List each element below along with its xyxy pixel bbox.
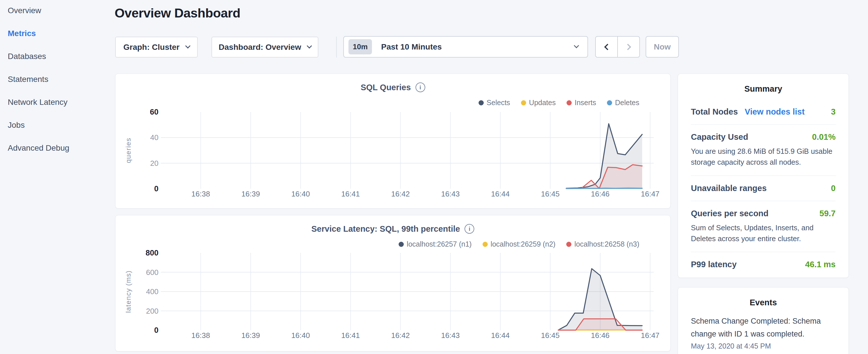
summary-title: Summary bbox=[678, 84, 848, 94]
y-axis-tick: 0 bbox=[127, 325, 158, 335]
x-axis-tick: 16:42 bbox=[380, 190, 421, 198]
x-axis-tick: 16:39 bbox=[231, 331, 271, 340]
x-axis-tick: 16:47 bbox=[630, 190, 670, 198]
summary-row-value: 3 bbox=[831, 107, 836, 117]
x-axis-tick: 16:38 bbox=[181, 190, 221, 198]
now-button[interactable]: Now bbox=[646, 36, 679, 58]
y-axis-label: queries bbox=[124, 137, 132, 163]
summary-row: P99 latency46.1 ms bbox=[691, 252, 836, 277]
summary-row-label: Unavailable ranges bbox=[691, 184, 767, 193]
event-text: Schema Change Completed: Schema change w… bbox=[691, 315, 836, 340]
dashboard-dropdown[interactable]: Dashboard: Overview bbox=[212, 37, 318, 58]
graph-dropdown-label: Graph: Cluster bbox=[123, 43, 179, 52]
sidebar: OverviewMetricsDatabasesStatementsNetwor… bbox=[8, 6, 111, 167]
sidebar-item-databases[interactable]: Databases bbox=[8, 52, 111, 60]
x-axis-tick: 16:46 bbox=[580, 331, 620, 340]
summary-row: Queries per second59.7Sum of Selects, Up… bbox=[691, 201, 836, 252]
event-item[interactable]: Schema Change Completed: Schema change w… bbox=[691, 315, 836, 350]
chart-canvas bbox=[116, 74, 671, 209]
summary-row-value: 59.7 bbox=[819, 209, 836, 218]
controls-divider bbox=[336, 37, 337, 58]
event-timestamp: May 13, 2020 at 4:45 PM bbox=[691, 342, 836, 350]
summary-row-line: P99 latency46.1 ms bbox=[691, 260, 836, 269]
y-axis-tick: 800 bbox=[127, 248, 158, 258]
summary-row-value: 46.1 ms bbox=[805, 260, 836, 269]
y-axis-label: latency (ms) bbox=[124, 270, 132, 313]
next-time-button[interactable] bbox=[618, 37, 639, 57]
x-axis-tick: 16:41 bbox=[331, 331, 371, 340]
sidebar-item-jobs[interactable]: Jobs bbox=[8, 121, 111, 129]
time-range-badge: 10m bbox=[348, 39, 372, 55]
chevron-left-icon bbox=[604, 43, 611, 50]
sidebar-item-statements[interactable]: Statements bbox=[8, 75, 111, 83]
y-axis-tick: 0 bbox=[127, 184, 158, 194]
x-axis-tick: 16:47 bbox=[630, 331, 670, 340]
chevron-right-icon bbox=[624, 43, 631, 50]
summary-row-line: Total NodesView nodes list3 bbox=[691, 107, 836, 117]
service-latency-chart-card: Service Latency: SQL, 99th percentile i … bbox=[115, 215, 671, 351]
time-pager bbox=[595, 36, 640, 58]
x-axis-tick: 16:45 bbox=[530, 331, 570, 340]
summary-row: Total NodesView nodes list3 bbox=[691, 99, 836, 125]
time-range-label: Past 10 Minutes bbox=[381, 42, 575, 52]
x-axis-tick: 16:39 bbox=[231, 190, 271, 198]
summary-row: Unavailable ranges0 bbox=[691, 176, 836, 201]
dashboard-dropdown-label: Dashboard: Overview bbox=[219, 43, 301, 52]
view-nodes-list-link[interactable]: View nodes list bbox=[745, 107, 805, 117]
x-axis-tick: 16:45 bbox=[530, 190, 570, 198]
sidebar-item-overview[interactable]: Overview bbox=[8, 6, 111, 14]
chevron-down-icon bbox=[574, 43, 579, 48]
x-axis-tick: 16:40 bbox=[281, 190, 321, 198]
summary-row-value: 0.01% bbox=[812, 132, 836, 142]
summary-panel: Summary Total NodesView nodes list3Capac… bbox=[678, 74, 849, 278]
time-range-selector[interactable]: 10m Past 10 Minutes bbox=[343, 36, 588, 58]
summary-row-value: 0 bbox=[831, 184, 836, 193]
summary-row-line: Capacity Used0.01% bbox=[691, 132, 836, 142]
graph-dropdown[interactable]: Graph: Cluster bbox=[115, 37, 198, 58]
sql-queries-chart-card: SQL Queries i SelectsUpdatesInsertsDelet… bbox=[115, 74, 671, 208]
x-axis-tick: 16:41 bbox=[331, 190, 371, 198]
events-title: Events bbox=[678, 298, 848, 307]
page-title: Overview Dashboard bbox=[115, 6, 241, 21]
summary-row-line: Queries per second59.7 bbox=[691, 209, 836, 218]
x-axis-tick: 16:43 bbox=[430, 331, 470, 340]
summary-row-label: Total Nodes bbox=[691, 107, 738, 117]
summary-row-line: Unavailable ranges0 bbox=[691, 184, 836, 193]
x-axis-tick: 16:38 bbox=[181, 331, 221, 340]
x-axis-tick: 16:43 bbox=[430, 190, 470, 198]
x-axis-tick: 16:40 bbox=[281, 331, 321, 340]
summary-row-description: Sum of Selects, Updates, Inserts, and De… bbox=[691, 222, 836, 244]
summary-row-label: Queries per second bbox=[691, 209, 769, 218]
x-axis-tick: 16:42 bbox=[380, 331, 421, 340]
sidebar-item-network-latency[interactable]: Network Latency bbox=[8, 98, 111, 106]
summary-row: Capacity Used0.01%You are using 28.6 MiB… bbox=[691, 125, 836, 176]
previous-time-button[interactable] bbox=[596, 37, 618, 57]
summary-row-label: Capacity Used bbox=[691, 132, 748, 142]
summary-row-description: You are using 28.6 MiB of 515.9 GiB usab… bbox=[691, 146, 836, 168]
x-axis-tick: 16:46 bbox=[580, 190, 620, 198]
x-axis-tick: 16:44 bbox=[480, 190, 520, 198]
chevron-down-icon bbox=[185, 43, 190, 49]
events-panel: Events Schema Change Completed: Schema c… bbox=[678, 287, 849, 354]
sidebar-item-advanced-debug[interactable]: Advanced Debug bbox=[8, 144, 111, 152]
sidebar-item-metrics[interactable]: Metrics bbox=[8, 29, 111, 37]
summary-row-label: P99 latency bbox=[691, 260, 737, 269]
y-axis-tick: 60 bbox=[127, 107, 158, 117]
x-axis-tick: 16:44 bbox=[480, 331, 520, 340]
chevron-down-icon bbox=[307, 43, 312, 49]
